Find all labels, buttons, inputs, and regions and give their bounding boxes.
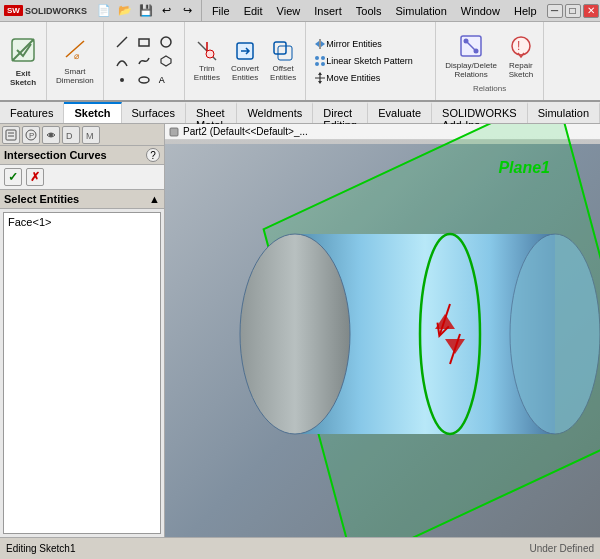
save-btn[interactable]: 💾	[137, 2, 155, 20]
menu-view[interactable]: View	[271, 3, 307, 19]
tab-sheet-metal[interactable]: Sheet Metal	[186, 102, 238, 123]
display-delete-relations-btn[interactable]: Display/Delete Relations	[441, 30, 501, 82]
svg-point-21	[315, 62, 319, 66]
smart-dimension-label: SmartDimension	[56, 67, 94, 85]
viewport: Part2 (Default<<Default>_... Plane1	[165, 124, 600, 537]
panel-icons-toolbar: P D M	[0, 124, 164, 146]
feature-manager-btn[interactable]	[2, 126, 20, 144]
intersection-curves-panel: Intersection Curves ? ✓ ✗	[0, 146, 164, 190]
tab-solidworks-addins[interactable]: SOLIDWORKS Add-Ins	[432, 102, 528, 123]
mirror-entities-btn[interactable]: Mirror Entities	[311, 36, 385, 52]
config-manager-btn[interactable]	[42, 126, 60, 144]
select-entities-header[interactable]: Select Entities ▲	[0, 190, 164, 209]
point-btn[interactable]	[112, 71, 132, 89]
text-btn[interactable]: A	[156, 73, 168, 87]
sketch-tools-col: A	[109, 31, 179, 91]
select-entities-panel: Select Entities ▲ Face<1>	[0, 190, 164, 537]
polygon-btn[interactable]	[156, 52, 176, 70]
circle-btn[interactable]	[156, 33, 176, 51]
plane-label: Plane1	[498, 159, 550, 177]
svg-text:D: D	[66, 131, 73, 141]
repair-sketch-btn[interactable]: ! RepairSketch	[504, 30, 538, 82]
linear-pattern-label: Linear Sketch Pattern	[326, 56, 413, 66]
spline-btn[interactable]	[134, 52, 154, 70]
cancel-button[interactable]: ✗	[26, 168, 44, 186]
svg-point-27	[464, 38, 469, 43]
status-text: Editing Sketch1	[6, 543, 76, 554]
menu-insert[interactable]: Insert	[308, 3, 348, 19]
app-name: SOLIDWORKS	[25, 6, 87, 16]
exit-sketch-label: ExitSketch	[10, 69, 36, 87]
intersection-curves-help-btn[interactable]: ?	[146, 148, 160, 162]
tab-weldments[interactable]: Weldments	[237, 102, 313, 123]
menu-window[interactable]: Window	[455, 3, 506, 19]
svg-point-8	[120, 78, 124, 82]
tab-evaluate[interactable]: Evaluate	[368, 102, 432, 123]
move-entities-btn[interactable]: Move Entities	[311, 70, 383, 86]
menu-simulation[interactable]: Simulation	[389, 3, 452, 19]
app-logo: SW SOLIDWORKS	[0, 5, 91, 16]
tab-sketch[interactable]: Sketch	[64, 102, 121, 123]
menu-file[interactable]: File	[206, 3, 236, 19]
solidworks-logo-icon: SW	[4, 5, 23, 16]
status-bar: Editing Sketch1 Under Defined	[0, 537, 600, 559]
quick-access-toolbar: 📄 📂 💾 ↩ ↪	[91, 0, 202, 21]
main-menu: File Edit View Insert Tools Simulation W…	[202, 3, 547, 19]
arc-btn[interactable]	[112, 52, 132, 70]
smart-dimension-btn[interactable]: ⌀ SmartDimension	[52, 34, 98, 88]
relations-section: Display/Delete Relations ! RepairSketch …	[436, 22, 544, 100]
list-item-face1[interactable]: Face<1>	[6, 215, 158, 229]
svg-text:M: M	[86, 131, 94, 141]
move-entities-label: Move Entities	[326, 73, 380, 83]
dim-expert-btn[interactable]: D	[62, 126, 80, 144]
minimize-btn[interactable]: ─	[547, 4, 563, 18]
trim-entities-icon	[196, 40, 218, 62]
new-file-btn[interactable]: 📄	[95, 2, 113, 20]
menu-edit[interactable]: Edit	[238, 3, 269, 19]
svg-point-6	[161, 37, 171, 47]
smart-dimension-icon: ⌀	[62, 37, 88, 65]
tab-direct-editing[interactable]: Direct Editing	[313, 102, 368, 123]
tab-surfaces[interactable]: Surfaces	[122, 102, 186, 123]
open-file-btn[interactable]: 📂	[116, 2, 134, 20]
intersection-curves-title: Intersection Curves	[4, 149, 107, 161]
linear-pattern-icon	[314, 55, 326, 67]
main-content: P D M Intersection Curves ? ✓ ✗	[0, 124, 600, 537]
ok-button[interactable]: ✓	[4, 168, 22, 186]
svg-point-36	[49, 133, 53, 137]
menu-tools[interactable]: Tools	[350, 3, 388, 19]
close-btn[interactable]: ✕	[583, 4, 599, 18]
left-panel: P D M Intersection Curves ? ✓ ✗	[0, 124, 165, 537]
redo-btn[interactable]: ↪	[179, 2, 197, 20]
line-btn[interactable]	[112, 33, 132, 51]
convert-label: ConvertEntities	[231, 64, 259, 82]
sketch-row3: A	[112, 71, 176, 89]
display-manager-btn[interactable]: M	[82, 126, 100, 144]
offset-entities-icon	[272, 40, 294, 62]
transform-tools-section: Mirror Entities Linear Sketch Pattern	[306, 22, 436, 100]
linear-sketch-pattern-btn[interactable]: Linear Sketch Pattern	[311, 53, 416, 69]
3d-scene[interactable]: Plane1	[165, 144, 600, 537]
ellipse-btn[interactable]	[134, 71, 154, 89]
undo-btn[interactable]: ↩	[158, 2, 176, 20]
tab-simulation[interactable]: Simulation	[528, 102, 600, 123]
exit-sketch-btn[interactable]: ExitSketch	[5, 33, 41, 90]
repair-sketch-icon: !	[508, 33, 534, 59]
trim-entities-btn[interactable]: TrimEntities	[190, 37, 224, 85]
move-icon	[314, 72, 326, 84]
model-icon	[169, 127, 179, 137]
offset-entities-btn[interactable]: OffsetEntities	[266, 37, 300, 85]
rectangle-btn[interactable]	[134, 33, 154, 51]
property-manager-btn[interactable]: P	[22, 126, 40, 144]
mirror-icon	[314, 38, 326, 50]
tab-features[interactable]: Features	[0, 102, 64, 123]
offset-label: OffsetEntities	[270, 64, 296, 82]
svg-rect-31	[6, 130, 16, 140]
svg-rect-5	[139, 39, 149, 46]
select-entities-list: Face<1>	[3, 212, 161, 534]
relations-icon	[458, 33, 484, 59]
menu-help[interactable]: Help	[508, 3, 543, 19]
convert-entities-btn[interactable]: ConvertEntities	[227, 37, 263, 85]
svg-text:!: !	[517, 39, 520, 53]
maximize-btn[interactable]: □	[565, 4, 581, 18]
